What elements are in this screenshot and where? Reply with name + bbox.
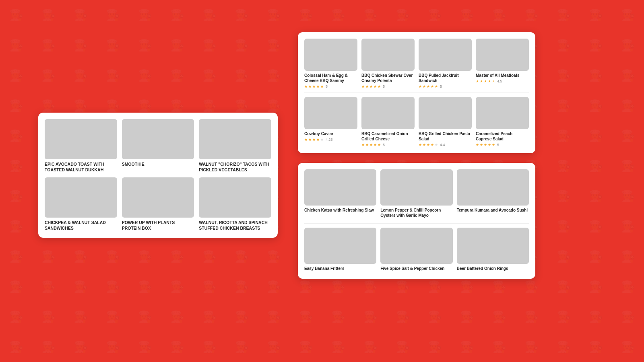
- star-full: ★: [304, 84, 308, 88]
- star-full: ★: [316, 84, 320, 88]
- blog-grid-row: Cowboy Caviar ★★★★★ 4.25 BBQ Caramelized…: [304, 97, 529, 147]
- blog-card-bbq-caramelized[interactable]: BBQ Caramelized Onion Grilled Cheese ★★★…: [361, 97, 415, 147]
- blog-card-meatloaf[interactable]: Master of All Meatloafs ★★★★★ 4.5: [476, 39, 529, 88]
- recipe-image-five-spice: [380, 228, 452, 264]
- star-full: ★: [361, 84, 365, 88]
- left-recipe-panel: EPIC AVOCADO TOAST WITH TOASTED WALNUT D…: [38, 113, 278, 238]
- right-bottom-grid: Chicken Katsu with Refreshing Slaw Lemon…: [304, 169, 529, 272]
- left-recipe-card-walnut-tacos[interactable]: WALNUT "CHORIZO" TACOS WITH PICKLED VEGE…: [199, 119, 271, 173]
- recipe-title-caprese: Caramelized Peach Caprese Salad: [476, 131, 529, 142]
- rating-stars: ★★★★★ 5: [361, 143, 415, 147]
- recipe-title-meatloaf: Master of All Meatloafs: [476, 73, 529, 78]
- recipe-title-lemon-popcorn: Lemon Pepper & Chilli Popcorn Oysters wi…: [380, 208, 452, 218]
- recipe-image-caprese: [476, 97, 529, 129]
- recipe-image-banana-fritters: [304, 228, 376, 264]
- left-recipe-card-power-up[interactable]: POWER UP WITH PLANTS PROTEIN BOX: [122, 177, 194, 231]
- recipe-image-tempura-kumara: [457, 169, 529, 206]
- recipe-title-walnut-tacos: WALNUT "CHORIZO" TACOS WITH PICKLED VEGE…: [199, 162, 271, 173]
- rating-number: 4.5: [497, 79, 502, 83]
- rating-stars: ★★★★★ 5: [361, 84, 415, 88]
- recipe-image-smoothie: [122, 119, 194, 159]
- star-full: ★: [423, 84, 426, 88]
- star-full: ★: [431, 84, 434, 88]
- blog-grid-row-3: Chicken Katsu with Refreshing Slaw Lemon…: [304, 169, 529, 219]
- recipe-image-chicken-katsu: [304, 169, 376, 206]
- blog-grid-row-3: Easy Banana Fritters Five Spice Salt & P…: [304, 228, 529, 272]
- rating-stars: ★★★★★ 4.4: [419, 143, 472, 147]
- recipe-title-banana-fritters: Easy Banana Fritters: [304, 266, 376, 271]
- blog-card-onion-rings[interactable]: Beer Battered Onion Rings: [457, 228, 529, 272]
- grid-divider-2: [304, 223, 529, 224]
- recipe-image-chickpea-walnut: [45, 177, 117, 218]
- recipe-title-chickpea-walnut: CHICKPEA & WALNUT SALAD SANDWICHES: [45, 220, 117, 231]
- blog-card-tempura-kumara[interactable]: Tempura Kumara and Avocado Sushi: [457, 169, 529, 219]
- star-full: ★: [304, 138, 308, 142]
- star-empty: ★: [435, 143, 438, 147]
- blog-grid-row: Colossal Ham & Egg & Cheese BBQ Sammy ★★…: [304, 39, 529, 88]
- recipe-image-meatloaf: [476, 39, 529, 71]
- blog-card-chicken-katsu[interactable]: Chicken Katsu with Refreshing Slaw: [304, 169, 376, 219]
- left-recipe-card-chickpea-walnut[interactable]: CHICKPEA & WALNUT SALAD SANDWICHES: [45, 177, 117, 231]
- rating-stars: ★★★★★ 5: [304, 84, 357, 88]
- recipe-title-power-up: POWER UP WITH PLANTS PROTEIN BOX: [122, 220, 194, 231]
- star-full: ★: [312, 84, 316, 88]
- recipe-image-bbq-grilled-pasta: [419, 97, 472, 129]
- rating-number: 5: [326, 84, 328, 88]
- rating-number: 5: [440, 84, 442, 88]
- star-full: ★: [320, 84, 324, 88]
- recipe-image-lemon-popcorn: [380, 169, 452, 206]
- recipe-title-bbq-caramelized: BBQ Caramelized Onion Grilled Cheese: [361, 131, 415, 142]
- blog-card-cowboy-caviar[interactable]: Cowboy Caviar ★★★★★ 4.25: [304, 97, 357, 147]
- recipe-title-bbq-grilled-pasta: BBQ Grilled Chicken Pasta Salad: [419, 131, 472, 142]
- star-full: ★: [374, 84, 377, 88]
- blog-card-bbq-jackfruit[interactable]: BBQ Pulled Jackfruit Sandwich ★★★★★ 5: [419, 39, 472, 88]
- left-recipe-card-stuffed-chicken[interactable]: WALNUT, RICOTTA AND SPINACH STUFFED CHIC…: [199, 177, 271, 231]
- recipe-title-chicken-katsu: Chicken Katsu with Refreshing Slaw: [304, 208, 376, 213]
- blog-card-lemon-popcorn[interactable]: Lemon Pepper & Chilli Popcorn Oysters wi…: [380, 169, 452, 219]
- rating-number: 4.4: [440, 143, 445, 147]
- star-full: ★: [476, 79, 479, 83]
- left-recipe-card-avocado-toast[interactable]: EPIC AVOCADO TOAST WITH TOASTED WALNUT D…: [45, 119, 117, 173]
- recipe-title-bbq-chicken-skewer: BBQ Chicken Skewar Over Creamy Polenta: [361, 73, 415, 83]
- blog-card-five-spice[interactable]: Five Spice Salt & Pepper Chicken: [380, 228, 452, 272]
- right-bottom-panel: Chicken Katsu with Refreshing Slaw Lemon…: [298, 163, 535, 279]
- recipe-title-onion-rings: Beer Battered Onion Rings: [457, 266, 529, 271]
- blog-card-caprese[interactable]: Caramelized Peach Caprese Salad ★★★★★ 5: [476, 97, 529, 147]
- star-full: ★: [369, 84, 373, 88]
- star-full: ★: [312, 138, 316, 142]
- star-full: ★: [480, 79, 483, 83]
- left-recipe-card-smoothie[interactable]: SMOOTHIE: [122, 119, 194, 173]
- recipe-title-avocado-toast: EPIC AVOCADO TOAST WITH TOASTED WALNUT D…: [45, 162, 117, 173]
- blog-card-banana-fritters[interactable]: Easy Banana Fritters: [304, 228, 376, 272]
- recipe-title-cowboy-caviar: Cowboy Caviar: [304, 131, 357, 136]
- star-full: ★: [316, 138, 320, 142]
- recipe-title-ham-egg: Colossal Ham & Egg & Cheese BBQ Sammy: [304, 73, 357, 83]
- star-full: ★: [427, 143, 430, 147]
- star-full: ★: [423, 143, 426, 147]
- recipe-image-bbq-jackfruit: [419, 39, 472, 71]
- recipe-title-bbq-jackfruit: BBQ Pulled Jackfruit Sandwich: [419, 73, 472, 83]
- blog-card-ham-egg[interactable]: Colossal Ham & Egg & Cheese BBQ Sammy ★★…: [304, 39, 357, 88]
- rating-number: 5: [497, 143, 499, 147]
- rating-number: 5: [383, 143, 385, 147]
- recipe-image-ham-egg: [304, 39, 357, 71]
- rating-stars: ★★★★★ 4.5: [476, 79, 529, 83]
- recipe-title-tempura-kumara: Tempura Kumara and Avocado Sushi: [457, 208, 529, 213]
- recipe-image-cowboy-caviar: [304, 97, 357, 129]
- star-full: ★: [480, 143, 483, 147]
- recipe-image-bbq-caramelized: [361, 97, 415, 129]
- blog-card-bbq-grilled-pasta[interactable]: BBQ Grilled Chicken Pasta Salad ★★★★★ 4.…: [419, 97, 472, 147]
- star-full: ★: [484, 143, 487, 147]
- blog-card-bbq-chicken-skewer[interactable]: BBQ Chicken Skewar Over Creamy Polenta ★…: [361, 39, 415, 88]
- recipe-title-five-spice: Five Spice Salt & Pepper Chicken: [380, 266, 452, 271]
- star-full: ★: [419, 84, 422, 88]
- star-full: ★: [374, 143, 377, 147]
- star-full: ★: [435, 84, 438, 88]
- rating-number: 4.25: [326, 138, 333, 142]
- star-full: ★: [488, 79, 491, 83]
- star-full: ★: [492, 143, 495, 147]
- right-top-panel: Colossal Ham & Egg & Cheese BBQ Sammy ★★…: [298, 32, 535, 153]
- star-full: ★: [378, 143, 381, 147]
- recipe-image-avocado-toast: [45, 119, 117, 159]
- star-empty: ★: [320, 138, 324, 142]
